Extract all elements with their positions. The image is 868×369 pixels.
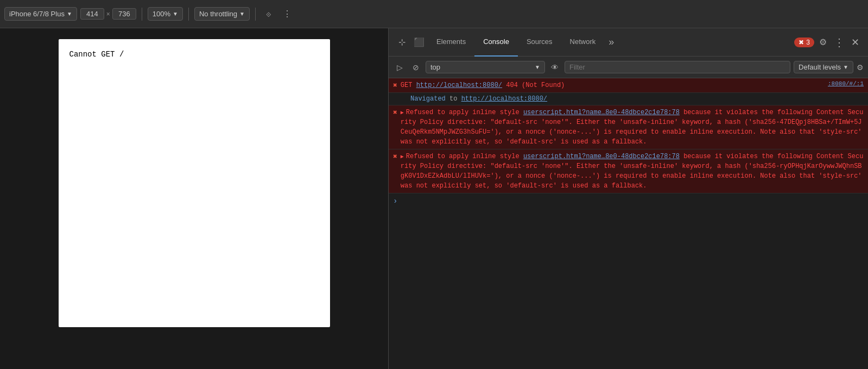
chevron-down-icon: ▼	[67, 11, 72, 17]
userscript-link-1[interactable]: userscript.html?name…8e0-48dbce2c1e78:78	[523, 109, 680, 116]
get-error-message: GET http://localhost:8080/ 404 (Not Foun…	[401, 80, 823, 90]
devtools-panel: ⊹ ⬛ Elements Console Sources Network » ✖…	[388, 28, 868, 369]
toolbar-separator-3	[255, 8, 256, 21]
localhost-link-1[interactable]: http://localhost:8080/	[416, 82, 502, 89]
error-badge-count: 3	[806, 39, 810, 46]
console-output[interactable]: ✖ GET http://localhost:8080/ 404 (Not Fo…	[389, 78, 868, 369]
console-row-content: ▶Refused to apply inline style userscrip…	[401, 152, 864, 191]
throttle-label: No throttling	[199, 10, 237, 18]
devtools-more-icon[interactable]: ⋮	[832, 36, 847, 49]
throttle-selector[interactable]: No throttling ▼	[194, 7, 250, 21]
context-selector[interactable]: top ▼	[426, 61, 545, 73]
devtools-tabs-bar: ⊹ ⬛ Elements Console Sources Network » ✖…	[389, 28, 868, 57]
device-selector[interactable]: iPhone 6/7/8 Plus ▼	[4, 7, 77, 21]
chevron-down-icon: ▼	[843, 64, 848, 70]
device-toggle-icon[interactable]: ⬛	[410, 34, 428, 51]
console-prompt-row[interactable]: ›	[389, 193, 868, 209]
dimensions-display: ×	[80, 8, 136, 20]
context-label: top	[430, 63, 440, 71]
tab-elements[interactable]: Elements	[428, 28, 474, 57]
zoom-label: 100%	[153, 10, 170, 18]
localhost-link-2[interactable]: http://localhost:8080/	[461, 95, 547, 103]
console-row-csp-error-1: ✖ ▶Refused to apply inline style userscr…	[389, 105, 868, 149]
zoom-selector[interactable]: 100% ▼	[148, 7, 183, 21]
console-row-content: GET http://localhost:8080/ 404 (Not Foun…	[401, 80, 864, 90]
close-devtools-button[interactable]: ✕	[847, 36, 864, 48]
csp-message-2: ▶Refused to apply inline style userscrip…	[401, 152, 864, 191]
browser-frame: Cannot GET /	[59, 39, 330, 327]
width-input[interactable]	[80, 8, 104, 20]
levels-label: Default levels	[799, 63, 841, 71]
chevron-right-icon: »	[609, 36, 614, 47]
eye-icon[interactable]: 👁	[548, 61, 561, 74]
error-badge[interactable]: ✖ 3	[794, 37, 814, 47]
browser-preview-panel: Cannot GET /	[0, 28, 388, 369]
csp-message-1: ▶Refused to apply inline style userscrip…	[401, 108, 864, 147]
console-row-content: ▶Refused to apply inline style userscrip…	[401, 108, 864, 147]
main-content: Cannot GET / ⊹ ⬛ Elements Console Source…	[0, 28, 868, 369]
tab-network[interactable]: Network	[561, 28, 605, 57]
run-script-icon[interactable]: ▷	[393, 61, 406, 74]
console-toolbar: ▷ ⊘ top ▼ 👁 Default levels ▼ ⚙	[389, 57, 868, 78]
error-icon: ✖	[393, 152, 397, 161]
console-row-get-error: ✖ GET http://localhost:8080/ 404 (Not Fo…	[389, 78, 868, 93]
toolbar-separator-2	[188, 8, 189, 21]
page-content: Cannot GET /	[69, 50, 124, 59]
more-tabs-button[interactable]: »	[604, 36, 618, 48]
console-row-navigated: Navigated to http://localhost:8080/	[389, 93, 868, 105]
height-input[interactable]	[112, 8, 136, 20]
tab-sources[interactable]: Sources	[518, 28, 561, 57]
triangle-expand-icon[interactable]: ▶	[401, 110, 404, 116]
error-badge-icon: ✖	[799, 39, 804, 46]
dimension-separator: ×	[106, 10, 110, 18]
clear-console-icon[interactable]: ⊘	[409, 61, 422, 74]
error-icon: ✖	[393, 108, 397, 117]
error-icon: ✖	[393, 81, 397, 90]
toolbar-separator-1	[142, 8, 142, 21]
chevron-down-icon: ▼	[535, 64, 540, 70]
source-link-1[interactable]: :8080/#/:1	[823, 80, 864, 90]
console-row-csp-error-2: ✖ ▶Refused to apply inline style userscr…	[389, 149, 868, 193]
top-toolbar: iPhone 6/7/8 Plus ▼ × 100% ▼ No throttli…	[0, 0, 868, 28]
device-label: iPhone 6/7/8 Plus	[9, 10, 65, 18]
chevron-down-icon: ▼	[239, 11, 245, 17]
navigated-to-text: to	[449, 95, 461, 103]
chevron-down-icon: ▼	[173, 11, 178, 17]
console-prompt-input[interactable]	[401, 197, 864, 205]
log-levels-selector[interactable]: Default levels ▼	[794, 61, 853, 73]
dots-icon: ⋮	[283, 9, 292, 19]
filter-input[interactable]	[565, 61, 790, 73]
prompt-chevron-icon: ›	[393, 197, 397, 205]
settings-gear-icon[interactable]: ⚙	[814, 34, 832, 51]
navigated-label: Navigated	[410, 95, 446, 103]
console-settings-icon[interactable]: ⚙	[857, 63, 864, 72]
userscript-link-2[interactable]: userscript.html?name…8e0-48dbce2c1e78:78	[523, 153, 680, 160]
tab-console[interactable]: Console	[474, 28, 518, 57]
triangle-expand-icon[interactable]: ▶	[401, 154, 404, 160]
inspect-cursor-icon[interactable]: ⊹	[393, 34, 410, 51]
sensor-icon[interactable]: ⟐	[261, 7, 276, 22]
more-options-button[interactable]: ⋮	[280, 7, 295, 22]
